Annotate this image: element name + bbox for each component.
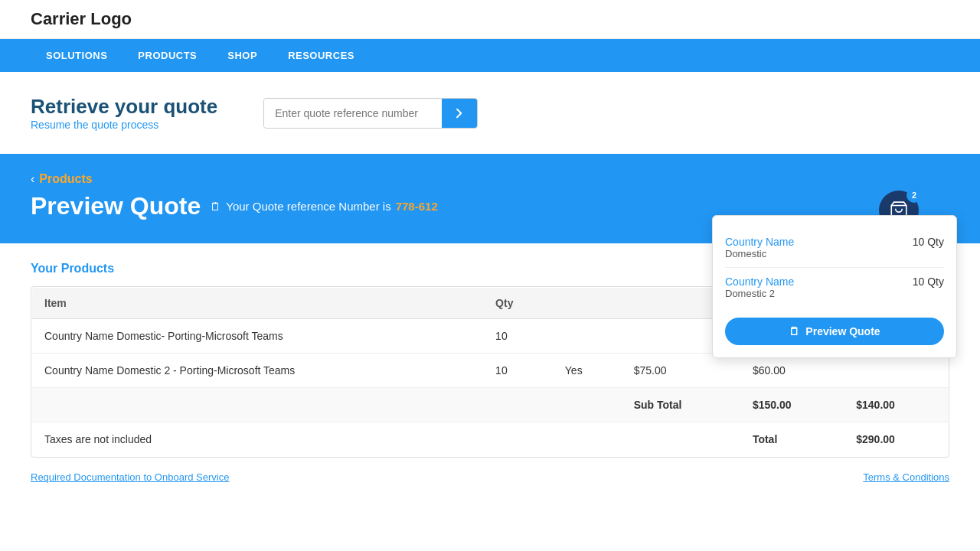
product-2-col6: [844, 354, 948, 388]
product-2-qty: 10: [483, 354, 553, 388]
product-1-col3: [553, 319, 622, 354]
blue-banner: ‹ Products Preview Quote 🗒 Your Quote re…: [0, 154, 980, 243]
breadcrumb-arrow-icon: ‹: [31, 172, 34, 186]
cart-preview-doc-icon: 🗒: [789, 325, 799, 337]
product-2-name: Country Name Domestic 2 - Porting-Micros…: [32, 354, 484, 388]
doc-icon: 🗒: [210, 200, 221, 213]
col-qty: Qty: [483, 288, 553, 319]
cart-item-1: Country Name Domestic 10 Qty: [725, 228, 944, 268]
quote-submit-button[interactable]: [442, 99, 477, 128]
cart-badge: 2: [906, 187, 922, 203]
total-price: $290.00: [844, 422, 948, 457]
nav-shop[interactable]: SHOP: [212, 39, 273, 72]
product-2-col3: Yes: [553, 354, 622, 388]
arrow-right-icon: [452, 106, 466, 120]
breadcrumb: ‹ Products: [31, 172, 949, 186]
carrier-logo: Carrier Logo: [31, 9, 132, 28]
quote-input-wrapper: [263, 98, 478, 129]
product-1-name: Country Name Domestic- Porting-Microsoft…: [32, 319, 484, 354]
cart-item-1-name: Country Name Domestic: [725, 236, 794, 259]
nav-solutions[interactable]: SOLUTIONS: [31, 39, 122, 72]
footer-links: Required Documentation to Onboard Servic…: [31, 458, 949, 486]
retrieve-title: Retrieve your quote: [31, 95, 217, 119]
cart-preview-btn-label: Preview Quote: [805, 325, 880, 337]
nav-products[interactable]: PRODUCTS: [122, 39, 212, 72]
quote-reference-text: 🗒 Your Quote reference Number is 778-612: [210, 200, 437, 213]
terms-conditions-link[interactable]: Terms & Conditions: [863, 471, 949, 483]
cart-item-2: Country Name Domestic 2 10 Qty: [725, 268, 944, 307]
subtotal-label: Sub Total: [622, 388, 740, 422]
nav-resources[interactable]: RESOURCES: [273, 39, 370, 72]
product-2-price2: $60.00: [740, 354, 844, 388]
navigation: SOLUTIONS PRODUCTS SHOP RESOURCES: [0, 39, 980, 72]
quote-reference-input[interactable]: [264, 99, 442, 127]
table-row: Country Name Domestic 2 - Porting-Micros…: [32, 354, 949, 388]
quote-ref-number: 778-612: [396, 200, 438, 213]
retrieve-quote-text: Retrieve your quote Resume the quote pro…: [31, 95, 217, 131]
cart-dropdown: Country Name Domestic 10 Qty Country Nam…: [712, 215, 957, 358]
quote-ref-prefix: Your Quote reference Number is: [226, 200, 390, 213]
tax-row: Taxes are not included Total $290.00: [32, 422, 949, 457]
subtotal-price2: $140.00: [844, 388, 948, 422]
total-label: Total: [740, 422, 844, 457]
retrieve-subtitle[interactable]: Resume the quote process: [31, 119, 217, 131]
cart-preview-quote-button[interactable]: 🗒 Preview Quote: [725, 318, 944, 345]
cart-item-2-name: Country Name Domestic 2: [725, 276, 794, 299]
subtotal-empty1: [32, 388, 484, 422]
retrieve-quote-section: Retrieve your quote Resume the quote pro…: [0, 72, 980, 154]
tax-note: Taxes are not included: [32, 422, 740, 457]
product-2-price1: $75.00: [622, 354, 740, 388]
cart-item-2-qty: 10 Qty: [913, 276, 944, 288]
required-doc-link[interactable]: Required Documentation to Onboard Servic…: [31, 471, 229, 483]
product-1-qty: 10: [483, 319, 553, 354]
subtotal-row: Sub Total $150.00 $140.00: [32, 388, 949, 422]
cart-item-1-qty: 10 Qty: [913, 236, 944, 248]
col-3: [553, 288, 622, 319]
breadcrumb-products-link[interactable]: Products: [39, 172, 92, 186]
subtotal-empty2: [483, 388, 553, 422]
subtotal-price1: $150.00: [740, 388, 844, 422]
header: Carrier Logo: [0, 0, 980, 39]
subtotal-empty3: [553, 388, 622, 422]
page-title: Preview Quote: [31, 192, 201, 220]
col-item: Item: [32, 288, 484, 319]
